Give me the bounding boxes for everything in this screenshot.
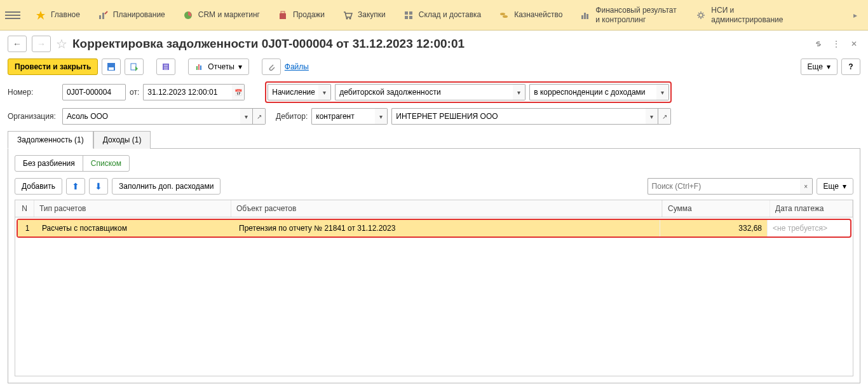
more-button[interactable]: Еще▾	[801, 58, 837, 75]
files-link[interactable]: Файлы	[285, 62, 309, 71]
th-date[interactable]: Дата платежа	[770, 200, 853, 217]
svg-point-17	[699, 13, 703, 17]
post-close-button[interactable]: Провести и закрыть	[8, 58, 98, 75]
nav-main[interactable]: Главное	[27, 0, 89, 31]
debtor-type-select[interactable]	[311, 108, 375, 125]
nav-finance[interactable]: Финансовый результат и контроллинг	[571, 0, 687, 31]
chevron-down-icon[interactable]: ▾	[656, 84, 669, 100]
nav-warehouse[interactable]: Склад и доставка	[395, 0, 490, 31]
coins-icon	[499, 10, 509, 20]
cell-obj: Претензия по отчету № 21841 от 31.12.202…	[234, 220, 660, 237]
help-button[interactable]: ?	[841, 58, 860, 75]
nav-sales[interactable]: Продажи	[269, 0, 334, 31]
star-icon	[36, 10, 46, 20]
table: N Тип расчетов Объект расчетов Сумма Дат…	[15, 200, 853, 376]
save-button[interactable]	[102, 58, 121, 75]
open-icon[interactable]: ↗	[658, 108, 671, 125]
tab-debt[interactable]: Задолженность (1)	[8, 131, 93, 149]
chevron-down-icon: ▾	[238, 62, 242, 71]
subtabs: Без разбиения Списком	[15, 155, 130, 172]
svg-rect-10	[405, 16, 408, 19]
cart-icon	[342, 10, 353, 20]
forward-button[interactable]: →	[32, 36, 51, 52]
more-icon[interactable]: ⋮	[830, 38, 843, 50]
nav-admin[interactable]: НСИ и администрирование	[687, 0, 803, 31]
search-input[interactable]	[648, 178, 800, 195]
date-input[interactable]	[143, 84, 232, 100]
table-toolbar: Добавить ⬆ ⬇ Заполнить доп. расходами × …	[15, 178, 853, 195]
tab-label: Задолженность (1)	[17, 135, 84, 144]
subtab-list[interactable]: Списком	[83, 156, 129, 171]
svg-point-13	[503, 15, 508, 18]
th-sum[interactable]: Сумма	[662, 200, 770, 217]
tab-income[interactable]: Доходы (1)	[93, 131, 151, 149]
debtor-input[interactable]	[391, 108, 646, 125]
nav-label: Главное	[51, 10, 80, 19]
calendar-icon[interactable]: 📅	[232, 84, 245, 100]
close-icon[interactable]: ✕	[848, 38, 860, 50]
chevron-down-icon[interactable]: ▾	[375, 108, 388, 125]
nav-label: Планирование	[113, 10, 165, 19]
op2-select[interactable]	[335, 84, 513, 100]
svg-rect-5	[281, 11, 285, 13]
svg-rect-15	[584, 13, 586, 19]
table-more-button[interactable]: Еще▾	[817, 178, 853, 195]
post-button[interactable]	[125, 58, 144, 75]
clear-icon[interactable]: ×	[800, 178, 813, 195]
btn-label: Еще	[808, 62, 823, 71]
table-body: 1 Расчеты с поставщиком Претензия по отч…	[15, 217, 853, 376]
bag-icon	[278, 10, 288, 20]
chevron-down-icon[interactable]: ▾	[646, 108, 658, 125]
svg-rect-2	[102, 13, 104, 19]
cell-placeholder: <не требуется>	[773, 224, 827, 233]
cell-type: Расчеты с поставщиком	[37, 220, 234, 237]
reports-button[interactable]: Отчеты ▾	[188, 58, 248, 75]
open-icon[interactable]: ↗	[253, 108, 266, 125]
tab-label: Доходы (1)	[103, 135, 142, 144]
chevron-down-icon[interactable]: ▾	[318, 84, 331, 100]
nav-treasury[interactable]: Казначейство	[490, 0, 571, 31]
nav-purchases[interactable]: Закупки	[334, 0, 395, 31]
move-up-button[interactable]: ⬆	[66, 178, 85, 195]
topbar-more[interactable]: ▸	[848, 11, 863, 20]
nav-label: Закупки	[358, 10, 386, 19]
svg-rect-26	[198, 64, 200, 70]
svg-rect-1	[99, 15, 101, 19]
op3-select[interactable]	[529, 84, 656, 100]
chevron-down-icon[interactable]: ▾	[513, 84, 526, 100]
cell-n: 1	[18, 220, 37, 237]
fill-button[interactable]: Заполнить доп. расходами	[112, 178, 220, 195]
page-title: Корректировка задолженности 0J0T-000004 …	[72, 37, 807, 51]
chart-icon	[98, 10, 108, 20]
th-n[interactable]: N	[15, 200, 34, 217]
subtab-label: Списком	[91, 159, 121, 168]
org-input[interactable]	[62, 108, 240, 125]
op1-select[interactable]	[268, 84, 318, 100]
th-type[interactable]: Тип расчетов	[34, 200, 231, 217]
tabs: Задолженность (1) Доходы (1)	[8, 131, 860, 149]
chevron-down-icon: ▾	[827, 62, 831, 71]
nav-crm[interactable]: CRM и маркетинг	[174, 0, 269, 31]
move-down-button[interactable]: ⬇	[89, 178, 108, 195]
subtab-nosplit[interactable]: Без разбиения	[15, 156, 83, 171]
back-button[interactable]: ←	[8, 36, 27, 52]
svg-marker-0	[36, 11, 45, 20]
table-row[interactable]: 1 Расчеты с поставщиком Претензия по отч…	[17, 219, 851, 238]
link-icon[interactable]	[812, 38, 825, 50]
tabs-wrap: Задолженность (1) Доходы (1) Без разбиен…	[8, 131, 860, 383]
attach-button[interactable]	[262, 58, 281, 75]
svg-rect-8	[405, 11, 408, 15]
svg-point-12	[500, 13, 505, 15]
chevron-down-icon[interactable]: ▾	[240, 108, 253, 125]
number-input[interactable]	[62, 84, 126, 100]
structure-button[interactable]	[156, 58, 175, 75]
svg-rect-16	[587, 14, 588, 19]
nav-planning[interactable]: Планирование	[89, 0, 174, 31]
svg-rect-24	[164, 69, 168, 69]
th-obj[interactable]: Объект расчетов	[231, 200, 662, 217]
form: Номер: от: 📅 ▾ ▾ ▾ Организация:	[0, 81, 868, 125]
add-button[interactable]: Добавить	[15, 178, 62, 195]
menu-icon[interactable]	[5, 8, 20, 23]
svg-rect-20	[131, 64, 136, 70]
favorite-icon[interactable]: ☆	[56, 36, 67, 51]
